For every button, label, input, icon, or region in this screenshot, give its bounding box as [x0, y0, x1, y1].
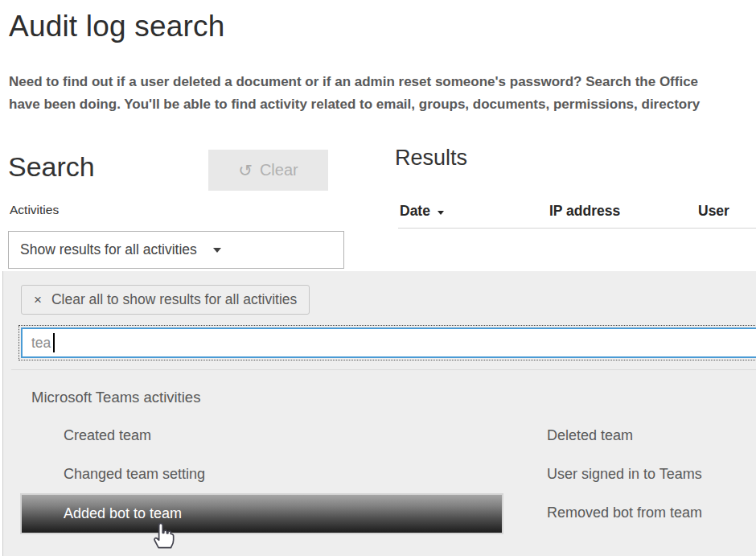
page-title: Audit log search — [9, 10, 225, 43]
description-line-2: have been doing. You'll be able to find … — [9, 93, 756, 116]
close-icon: × — [34, 292, 42, 308]
clear-button-label: Clear — [260, 161, 298, 179]
column-header-ip-address[interactable]: IP address — [549, 203, 620, 220]
results-heading: Results — [395, 146, 467, 171]
clear-all-filters-button[interactable]: × Clear all to show results for all acti… — [21, 285, 310, 315]
results-header-divider — [398, 228, 756, 229]
undo-icon: ↺ — [238, 161, 253, 180]
activities-label: Activities — [10, 203, 59, 217]
flyout-divider — [11, 369, 756, 370]
activity-group-header: Microsoft Teams activities — [31, 389, 200, 406]
hand-cursor-icon — [150, 517, 177, 550]
chevron-down-icon — [213, 248, 221, 253]
clear-all-label: Clear all to show results for all activi… — [51, 291, 297, 308]
activity-item-created-team[interactable]: Created team — [64, 427, 151, 444]
activity-filter-input[interactable] — [21, 327, 756, 358]
activity-item-added-bot-to-team[interactable]: Added bot to team — [22, 495, 502, 533]
text-caret — [53, 333, 55, 352]
search-heading: Search — [8, 151, 95, 183]
activity-item-changed-team-setting[interactable]: Changed team setting — [64, 466, 205, 483]
column-header-date[interactable]: Date — [400, 203, 444, 220]
column-header-date-label: Date — [400, 203, 430, 220]
activity-item-deleted-team[interactable]: Deleted team — [547, 427, 633, 444]
clear-search-button[interactable]: ↺ Clear — [208, 150, 328, 191]
activities-flyout: × Clear all to show results for all acti… — [2, 271, 756, 556]
activity-item-user-signed-in-to-teams[interactable]: User signed in to Teams — [547, 466, 702, 483]
activities-dropdown[interactable]: Show results for all activities — [8, 231, 344, 269]
description-line-1: Need to find out if a user deleted a doc… — [9, 71, 756, 93]
column-header-user[interactable]: User — [698, 203, 729, 220]
activities-dropdown-value: Show results for all activities — [20, 241, 197, 258]
activity-item-removed-bot-from-team[interactable]: Removed bot from team — [547, 505, 702, 521]
page-description: Need to find out if a user deleted a doc… — [9, 71, 756, 116]
sort-descending-icon — [438, 211, 444, 215]
